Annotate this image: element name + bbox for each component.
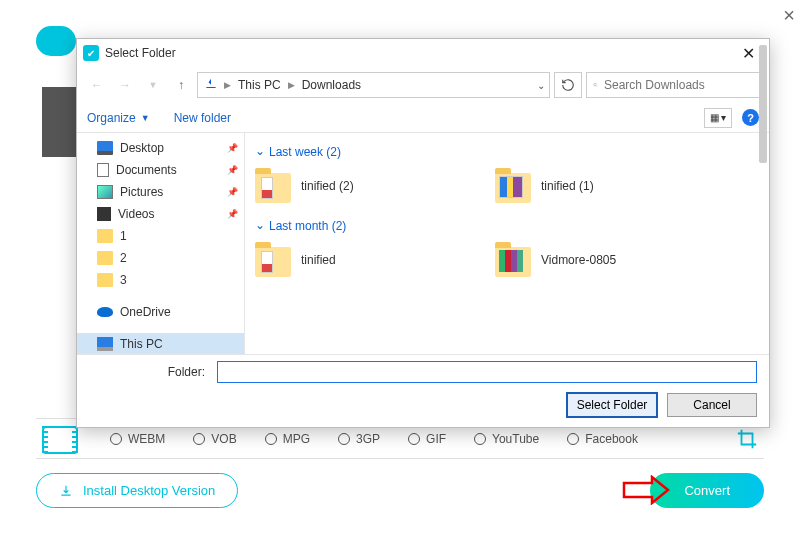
folder-item[interactable]: tinified (1) bbox=[495, 167, 695, 205]
dialog-nav: ← → ▼ ↑ ▶ This PC ▶ Downloads ⌄ bbox=[77, 67, 769, 103]
tree-item-this-pc[interactable]: This PC bbox=[77, 333, 244, 354]
dialog-title: Select Folder bbox=[105, 46, 176, 60]
radio-icon bbox=[567, 433, 579, 445]
select-folder-dialog: ✔ Select Folder ✕ ← → ▼ ↑ ▶ This PC ▶ Do… bbox=[76, 38, 770, 428]
new-folder-button[interactable]: New folder bbox=[174, 111, 231, 125]
tree-label: OneDrive bbox=[120, 305, 171, 319]
address-bar[interactable]: ▶ This PC ▶ Downloads ⌄ bbox=[197, 72, 550, 98]
format-radios: WEBMVOBMPG3GPGIFYouTubeFacebook bbox=[110, 432, 750, 446]
fold-icon bbox=[97, 229, 113, 243]
tree-item-3[interactable]: 3 bbox=[77, 269, 244, 291]
dialog-footer: Folder: Select Folder Cancel bbox=[77, 354, 769, 427]
folder-label: tinified (1) bbox=[541, 179, 594, 193]
pc-icon bbox=[97, 337, 113, 351]
tree-label: Desktop bbox=[120, 141, 164, 155]
partial-add-button[interactable] bbox=[36, 26, 76, 56]
svg-point-0 bbox=[594, 83, 597, 86]
select-folder-button[interactable]: Select Folder bbox=[567, 393, 657, 417]
folder-icon bbox=[255, 247, 291, 277]
dialog-toolbar: Organize ▼ New folder ▦ ▾ ? bbox=[77, 103, 769, 133]
folder-item[interactable]: tinified bbox=[255, 241, 455, 279]
folder-label: tinified (2) bbox=[301, 179, 354, 193]
tree-label: Videos bbox=[118, 207, 154, 221]
pin-icon: 📌 bbox=[227, 165, 238, 175]
forward-icon[interactable]: → bbox=[113, 73, 137, 97]
pin-icon: 📌 bbox=[227, 209, 238, 219]
tree-label: Pictures bbox=[120, 185, 163, 199]
radio-icon bbox=[110, 433, 122, 445]
dialog-titlebar: ✔ Select Folder ✕ bbox=[77, 39, 769, 67]
tree-item-documents[interactable]: Documents📌 bbox=[77, 159, 244, 181]
downloads-icon bbox=[204, 77, 218, 94]
format-radio-facebook[interactable]: Facebook bbox=[567, 432, 638, 446]
radio-label: VOB bbox=[211, 432, 236, 446]
chevron-down-icon[interactable]: ▼ bbox=[141, 73, 165, 97]
search-input[interactable] bbox=[604, 78, 754, 92]
pic-icon bbox=[97, 185, 113, 199]
tree-item-videos[interactable]: Videos📌 bbox=[77, 203, 244, 225]
help-icon[interactable]: ? bbox=[742, 109, 759, 126]
tree-label: This PC bbox=[120, 337, 163, 351]
nav-tree: Desktop📌Documents📌Pictures📌Videos📌123One… bbox=[77, 133, 245, 354]
format-radio-3gp[interactable]: 3GP bbox=[338, 432, 380, 446]
tree-item-desktop[interactable]: Desktop📌 bbox=[77, 137, 244, 159]
group-header[interactable]: Last week (2) bbox=[255, 145, 759, 159]
format-radio-mpg[interactable]: MPG bbox=[265, 432, 310, 446]
crumb-sep-icon: ▶ bbox=[224, 80, 231, 90]
download-icon bbox=[59, 484, 73, 498]
format-radio-vob[interactable]: VOB bbox=[193, 432, 236, 446]
organize-menu[interactable]: Organize ▼ bbox=[87, 111, 150, 125]
convert-label: Convert bbox=[684, 483, 730, 498]
radio-icon bbox=[193, 433, 205, 445]
radio-label: GIF bbox=[426, 432, 446, 446]
group-header[interactable]: Last month (2) bbox=[255, 219, 759, 233]
tree-item-pictures[interactable]: Pictures📌 bbox=[77, 181, 244, 203]
chevron-down-icon[interactable]: ⌄ bbox=[537, 80, 545, 91]
folder-item[interactable]: Vidmore-0805 bbox=[495, 241, 695, 279]
radio-label: 3GP bbox=[356, 432, 380, 446]
search-icon bbox=[593, 78, 598, 92]
crumb-downloads[interactable]: Downloads bbox=[299, 78, 364, 92]
radio-icon bbox=[474, 433, 486, 445]
crop-icon[interactable] bbox=[736, 428, 758, 450]
app-icon: ✔ bbox=[83, 45, 99, 61]
tree-item-1[interactable]: 1 bbox=[77, 225, 244, 247]
install-desktop-button[interactable]: Install Desktop Version bbox=[36, 473, 238, 508]
folder-input[interactable] bbox=[217, 361, 757, 383]
page-close-icon[interactable]: × bbox=[783, 4, 795, 27]
fold-icon bbox=[97, 273, 113, 287]
format-radio-gif[interactable]: GIF bbox=[408, 432, 446, 446]
radio-icon bbox=[338, 433, 350, 445]
radio-label: WEBM bbox=[128, 432, 165, 446]
folder-content[interactable]: Last week (2)tinified (2)tinified (1)Las… bbox=[245, 133, 769, 354]
doc-icon bbox=[97, 163, 109, 177]
dialog-body: Desktop📌Documents📌Pictures📌Videos📌123One… bbox=[77, 133, 769, 354]
radio-label: MPG bbox=[283, 432, 310, 446]
cancel-button[interactable]: Cancel bbox=[667, 393, 757, 417]
tree-label: Documents bbox=[116, 163, 177, 177]
folder-icon bbox=[495, 173, 531, 203]
install-label: Install Desktop Version bbox=[83, 483, 215, 498]
back-icon[interactable]: ← bbox=[85, 73, 109, 97]
fold-icon bbox=[97, 251, 113, 265]
tree-item-onedrive[interactable]: OneDrive bbox=[77, 301, 244, 323]
vid-icon bbox=[97, 207, 111, 221]
format-radio-webm[interactable]: WEBM bbox=[110, 432, 165, 446]
radio-label: YouTube bbox=[492, 432, 539, 446]
radio-icon bbox=[265, 433, 277, 445]
format-radio-youtube[interactable]: YouTube bbox=[474, 432, 539, 446]
pin-icon: 📌 bbox=[227, 143, 238, 153]
search-box[interactable] bbox=[586, 72, 761, 98]
annotation-arrow bbox=[622, 475, 670, 505]
folder-item[interactable]: tinified (2) bbox=[255, 167, 455, 205]
tree-label: 1 bbox=[120, 229, 127, 243]
radio-label: Facebook bbox=[585, 432, 638, 446]
tree-label: 2 bbox=[120, 251, 127, 265]
refresh-icon[interactable] bbox=[554, 72, 582, 98]
view-mode-button[interactable]: ▦ ▾ bbox=[704, 108, 732, 128]
up-icon[interactable]: ↑ bbox=[169, 73, 193, 97]
crumb-this-pc[interactable]: This PC bbox=[235, 78, 284, 92]
tree-item-2[interactable]: 2 bbox=[77, 247, 244, 269]
folder-label: Folder: bbox=[89, 365, 209, 379]
film-icon bbox=[42, 426, 78, 454]
